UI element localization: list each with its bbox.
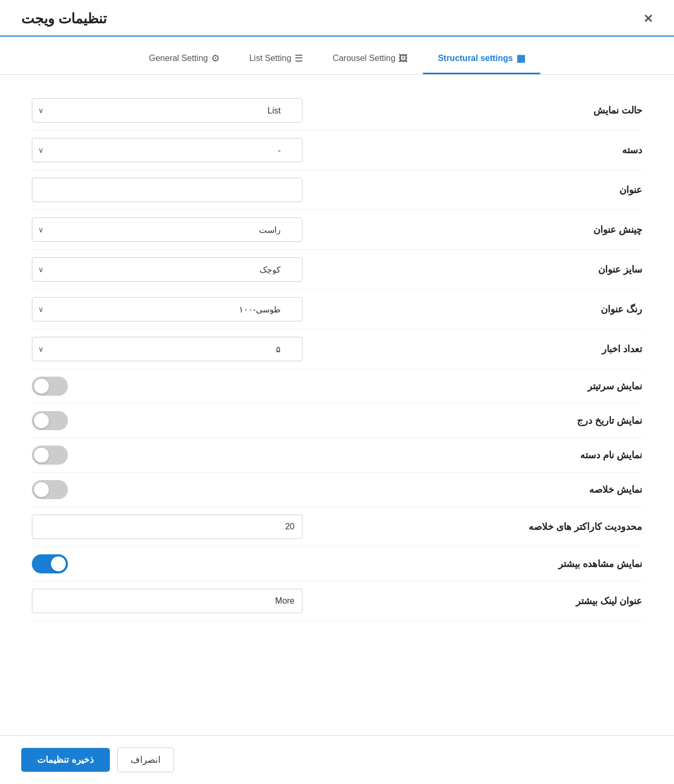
modal-container: ✕ تنظیمات ویجت ⚙ General Setting ☰ List … bbox=[0, 0, 674, 784]
structural-icon: ▦ bbox=[516, 53, 525, 64]
general-icon: ⚙ bbox=[211, 53, 220, 64]
label-show-date: نمایش تاریخ درج bbox=[525, 415, 642, 426]
control-display-mode: List Grid Carousel ∨ bbox=[32, 98, 308, 123]
control-show-date bbox=[32, 411, 308, 430]
tab-list[interactable]: ☰ List Setting bbox=[235, 46, 318, 74]
cancel-button[interactable]: انصراف bbox=[117, 747, 174, 772]
label-category: دسته bbox=[525, 144, 642, 156]
row-display-mode: حالت نمایش List Grid Carousel ∨ bbox=[32, 91, 642, 130]
toggle-wrapper-date bbox=[32, 411, 303, 430]
control-title-alignment: راست چپ وسط ∨ bbox=[32, 217, 308, 242]
control-summary-char-limit bbox=[32, 515, 308, 539]
control-show-more bbox=[32, 554, 308, 573]
label-title-alignment: چینش عنوان bbox=[525, 224, 642, 236]
row-title-color: رنگ عنوان طوسی-۱۰۰ مشکی آبی ∨ bbox=[32, 290, 642, 329]
toggle-wrapper-category-name bbox=[32, 446, 303, 465]
toggle-wrapper-subtitle bbox=[32, 377, 303, 396]
label-show-summary: نمایش خلاصه bbox=[525, 484, 642, 495]
content-area: حالت نمایش List Grid Carousel ∨ دسته - bbox=[0, 75, 674, 735]
control-category: - ∨ bbox=[32, 138, 308, 162]
tab-structural[interactable]: ▦ Structural settings bbox=[423, 46, 540, 74]
toggle-slider-summary bbox=[32, 480, 68, 499]
row-summary-char-limit: محدودیت کاراکتر های خلاصه bbox=[32, 507, 642, 547]
control-show-subtitle bbox=[32, 377, 308, 396]
select-wrapper-size: کوچک متوسط بزرگ ∨ bbox=[32, 257, 303, 282]
row-title-size: سایز عنوان کوچک متوسط بزرگ ∨ bbox=[32, 250, 642, 290]
toggle-slider-subtitle bbox=[32, 377, 68, 396]
control-news-count: ۳ ۵ ۱۰ ۱۵ ∨ bbox=[32, 337, 308, 361]
toggle-slider-category-name bbox=[32, 446, 68, 465]
tabs-bar: ⚙ General Setting ☰ List Setting 🖼 Carou… bbox=[0, 37, 674, 75]
select-title-color[interactable]: طوسی-۱۰۰ مشکی آبی bbox=[32, 297, 303, 321]
input-title[interactable] bbox=[32, 178, 303, 202]
modal-header: ✕ تنظیمات ویجت bbox=[0, 0, 674, 37]
control-show-summary bbox=[32, 480, 308, 499]
label-title-size: سایز عنوان bbox=[525, 264, 642, 275]
select-category[interactable]: - bbox=[32, 138, 303, 162]
label-title: عنوان bbox=[525, 184, 642, 196]
select-wrapper-color: طوسی-۱۰۰ مشکی آبی ∨ bbox=[32, 297, 303, 321]
toggle-show-more[interactable] bbox=[32, 554, 68, 573]
save-button[interactable]: ذخیره تنظیمات bbox=[21, 748, 110, 772]
tab-general[interactable]: ⚙ General Setting bbox=[134, 46, 235, 74]
label-display-mode: حالت نمایش bbox=[525, 104, 642, 116]
close-button[interactable]: ✕ bbox=[643, 13, 653, 25]
row-show-subtitle: نمایش سرتیتر bbox=[32, 369, 642, 404]
select-title-size[interactable]: کوچک متوسط بزرگ bbox=[32, 257, 303, 282]
row-news-count: تعداد اخبار ۳ ۵ ۱۰ ۱۵ ∨ bbox=[32, 329, 642, 369]
label-show-subtitle: نمایش سرتیتر bbox=[525, 380, 642, 392]
list-icon: ☰ bbox=[295, 53, 303, 64]
toggle-wrapper-more bbox=[32, 554, 303, 573]
control-title-color: طوسی-۱۰۰ مشکی آبی ∨ bbox=[32, 297, 308, 321]
row-show-date: نمایش تاریخ درج bbox=[32, 404, 642, 438]
select-wrapper-category: - ∨ bbox=[32, 138, 303, 162]
control-title bbox=[32, 178, 308, 202]
control-title-size: کوچک متوسط بزرگ ∨ bbox=[32, 257, 308, 282]
select-wrapper-alignment: راست چپ وسط ∨ bbox=[32, 217, 303, 242]
toggle-show-subtitle[interactable] bbox=[32, 377, 68, 396]
control-more-link-title bbox=[32, 589, 308, 613]
tab-carousel[interactable]: 🖼 Carousel Setting bbox=[318, 46, 423, 74]
toggle-slider-more bbox=[32, 554, 68, 573]
label-more-link-title: عنوان لینک بیشتر bbox=[525, 595, 642, 607]
tab-structural-label: Structural settings bbox=[438, 54, 513, 63]
toggle-slider-date bbox=[32, 411, 68, 430]
row-title-alignment: چینش عنوان راست چپ وسط ∨ bbox=[32, 210, 642, 250]
tab-carousel-label: Carousel Setting bbox=[333, 54, 395, 63]
tab-list-label: List Setting bbox=[249, 54, 291, 63]
carousel-icon: 🖼 bbox=[399, 53, 408, 64]
label-show-category-name: نمایش نام دسته bbox=[525, 449, 642, 461]
select-wrapper-display-mode: List Grid Carousel ∨ bbox=[32, 98, 303, 123]
row-more-link-title: عنوان لینک بیشتر bbox=[32, 581, 642, 621]
toggle-wrapper-summary bbox=[32, 480, 303, 499]
select-display-mode[interactable]: List Grid Carousel bbox=[32, 98, 303, 123]
row-category: دسته - ∨ bbox=[32, 130, 642, 170]
label-title-color: رنگ عنوان bbox=[525, 303, 642, 315]
modal-title: تنظیمات ویجت bbox=[21, 11, 107, 27]
label-news-count: تعداد اخبار bbox=[525, 343, 642, 355]
select-wrapper-news-count: ۳ ۵ ۱۰ ۱۵ ∨ bbox=[32, 337, 303, 361]
input-summary-char-limit[interactable] bbox=[32, 515, 303, 539]
tab-general-label: General Setting bbox=[149, 54, 208, 63]
toggle-show-summary[interactable] bbox=[32, 480, 68, 499]
input-more-link-title[interactable] bbox=[32, 589, 303, 613]
toggle-show-date[interactable] bbox=[32, 411, 68, 430]
row-show-summary: نمایش خلاصه bbox=[32, 473, 642, 507]
modal-footer: ذخیره تنظیمات انصراف bbox=[0, 735, 674, 784]
label-show-more: نمایش مشاهده بیشتر bbox=[525, 558, 642, 570]
label-summary-char-limit: محدودیت کاراکتر های خلاصه bbox=[525, 521, 642, 533]
row-show-more: نمایش مشاهده بیشتر bbox=[32, 547, 642, 581]
toggle-show-category-name[interactable] bbox=[32, 446, 68, 465]
select-news-count[interactable]: ۳ ۵ ۱۰ ۱۵ bbox=[32, 337, 303, 361]
row-title: عنوان bbox=[32, 170, 642, 210]
row-show-category-name: نمایش نام دسته bbox=[32, 438, 642, 473]
select-title-alignment[interactable]: راست چپ وسط bbox=[32, 217, 303, 242]
control-show-category-name bbox=[32, 446, 308, 465]
